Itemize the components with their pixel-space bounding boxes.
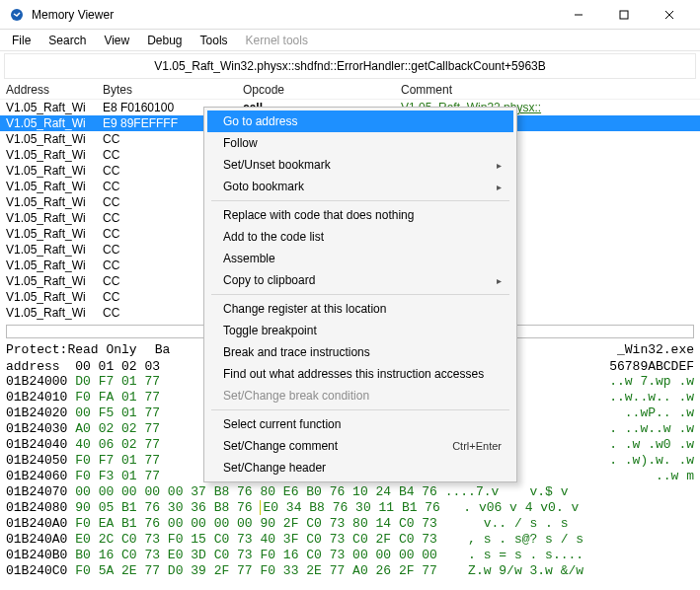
context-separator	[211, 409, 509, 410]
context-item: Set/Change break condition	[207, 385, 513, 406]
disasm-address: V1.05_Raft_Wi	[6, 132, 103, 146]
context-item[interactable]: Break and trace instructions	[207, 341, 513, 363]
disasm-address: V1.05_Raft_Wi	[6, 306, 103, 320]
context-item-label: Set/Change header	[223, 461, 326, 475]
context-item[interactable]: Follow	[207, 132, 513, 154]
menu-view[interactable]: View	[96, 32, 137, 49]
column-address[interactable]: Address	[6, 83, 103, 97]
context-item-label: Go to address	[223, 114, 297, 128]
context-item-label: Set/Change comment	[223, 439, 338, 453]
menu-file[interactable]: File	[4, 32, 39, 49]
context-item[interactable]: Change register at this location	[207, 298, 513, 320]
context-item-label: Assemble	[223, 252, 275, 265]
disasm-address: V1.05_Raft_Wi	[6, 290, 103, 304]
context-item[interactable]: Set/Change header	[207, 457, 513, 479]
column-opcode[interactable]: Opcode	[243, 83, 401, 97]
svg-rect-2	[620, 11, 628, 19]
context-item[interactable]: Set/Unset bookmark▸	[207, 154, 513, 176]
disasm-address: V1.05_Raft_Wi	[6, 227, 103, 241]
context-item-label: Toggle breakpoint	[223, 324, 317, 337]
column-bytes[interactable]: Bytes	[103, 83, 243, 97]
disasm-address: V1.05_Raft_Wi	[6, 195, 103, 209]
context-separator	[211, 200, 509, 201]
context-item[interactable]: Goto bookmark▸	[207, 176, 513, 197]
menu-search[interactable]: Search	[40, 32, 94, 49]
context-item-label: Copy to clipboard	[223, 273, 315, 287]
hex-row[interactable]: 01B240C0 F0 5A 2E 77 D0 39 2F 77 F0 33 2…	[6, 563, 694, 579]
disasm-header: Address Bytes Opcode Comment	[0, 81, 700, 100]
disasm-address: V1.05_Raft_Wi	[6, 211, 103, 225]
context-item-label: Replace with code that does nothing	[223, 208, 414, 222]
location-bar[interactable]: V1.05_Raft_Win32.physx::shdfnd::ErrorHan…	[4, 53, 696, 79]
context-item-label: Find out what addresses this instruction…	[223, 367, 484, 381]
disasm-address: V1.05_Raft_Wi	[6, 258, 103, 272]
context-item[interactable]: Select current function	[207, 413, 513, 435]
menu-kernel-tools[interactable]: Kernel tools	[238, 32, 316, 49]
context-item-label: Change register at this location	[223, 302, 386, 316]
hex-row[interactable]: 01B24070 00 00 00 00 00 37 B8 76 80 E6 B…	[6, 484, 694, 500]
module-name: _Win32.exe	[617, 342, 694, 357]
context-menu[interactable]: Go to addressFollowSet/Unset bookmark▸Go…	[203, 107, 517, 482]
context-shortcut: Ctrl+Enter	[452, 440, 502, 452]
base-label: Ba	[155, 342, 171, 357]
context-item-label: Add to the code list	[223, 230, 324, 244]
context-item[interactable]: Assemble	[207, 248, 513, 269]
disasm-address: V1.05_Raft_Wi	[6, 101, 103, 114]
context-item[interactable]: Toggle breakpoint	[207, 320, 513, 341]
disasm-address: V1.05_Raft_Wi	[6, 164, 103, 178]
window-title: Memory Viewer	[32, 8, 114, 22]
disasm-address: V1.05_Raft_Wi	[6, 180, 103, 193]
window-titlebar: Memory Viewer	[0, 0, 700, 30]
column-comment[interactable]: Comment	[401, 83, 694, 97]
close-button[interactable]	[647, 0, 692, 30]
hex-row[interactable]: 01B240A0 F0 EA B1 76 00 00 00 00 90 2F C…	[6, 516, 694, 532]
chevron-right-icon: ▸	[497, 275, 502, 286]
chevron-right-icon: ▸	[497, 160, 502, 171]
context-item-label: Set/Unset bookmark	[223, 158, 331, 172]
context-item[interactable]: Find out what addresses this instruction…	[207, 363, 513, 385]
disasm-address: V1.05_Raft_Wi	[6, 274, 103, 288]
hex-row[interactable]: 01B240B0 B0 16 C0 73 E0 3D C0 73 F0 16 C…	[6, 548, 694, 563]
context-item-label: Break and trace instructions	[223, 345, 370, 359]
minimize-button[interactable]	[556, 0, 601, 30]
disasm-address: V1.05_Raft_Wi	[6, 116, 103, 130]
context-item-label: Goto bookmark	[223, 180, 304, 193]
chevron-right-icon: ▸	[497, 182, 502, 192]
disasm-address: V1.05_Raft_Wi	[6, 243, 103, 257]
hex-row[interactable]: 01B24080 90 05 B1 76 30 36 B8 76 E0 34 B…	[6, 500, 694, 516]
context-item[interactable]: Add to the code list	[207, 226, 513, 248]
context-item[interactable]: Copy to clipboard▸	[207, 269, 513, 291]
context-separator	[211, 294, 509, 295]
context-item-label: Select current function	[223, 417, 341, 431]
hex-row[interactable]: 01B240A0 E0 2C C0 73 F0 15 C0 73 40 3F C…	[6, 532, 694, 548]
menu-debug[interactable]: Debug	[139, 32, 190, 49]
disasm-address: V1.05_Raft_Wi	[6, 148, 103, 162]
context-item[interactable]: Set/Change commentCtrl+Enter	[207, 435, 513, 457]
maximize-button[interactable]	[601, 0, 647, 30]
context-item-label: Set/Change break condition	[223, 389, 369, 403]
context-item[interactable]: Go to address	[207, 111, 513, 132]
context-item-label: Follow	[223, 136, 258, 150]
location-text: V1.05_Raft_Win32.physx::shdfnd::ErrorHan…	[154, 59, 546, 73]
menu-tools[interactable]: Tools	[193, 32, 236, 49]
menubar: File Search View Debug Tools Kernel tool…	[0, 30, 700, 51]
app-icon	[8, 6, 26, 24]
protect-label: Protect:Read Only	[6, 342, 137, 357]
context-item[interactable]: Replace with code that does nothing	[207, 204, 513, 226]
